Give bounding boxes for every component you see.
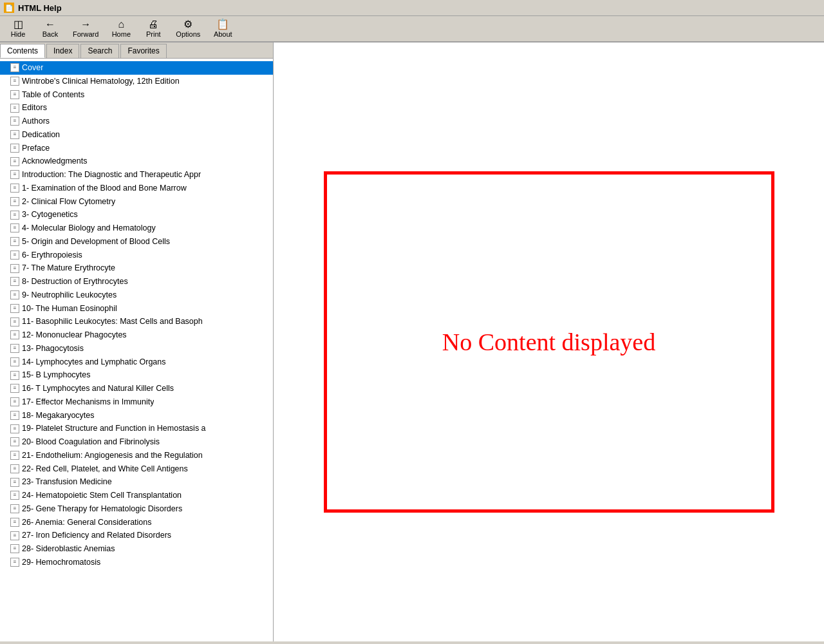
print-label: Print xyxy=(146,30,161,38)
tree-item-ch7[interactable]: ≡7- The Mature Erythrocyte xyxy=(0,261,273,275)
tree-item-ch8[interactable]: ≡8- Destruction of Erythrocytes xyxy=(0,275,273,289)
page-icon: ≡ xyxy=(10,397,19,406)
print-icon: 🖨 xyxy=(148,19,158,30)
tree-item-label: 13- Phagocytosis xyxy=(22,343,84,355)
tree-item-ch17[interactable]: ≡17- Effector Mechanisms in Immunity xyxy=(0,395,273,409)
toolbar: ◫Hide←Back→Forward⌂Home🖨Print⚙Options📋Ab… xyxy=(0,16,824,43)
tree-item-ch4[interactable]: ≡4- Molecular Biology and Hematology xyxy=(0,222,273,235)
tree-item-editors[interactable]: ≡Editors xyxy=(0,101,273,115)
tree-item-ch2[interactable]: ≡2- Clinical Flow Cytometry xyxy=(0,195,273,209)
page-icon: ≡ xyxy=(10,264,19,273)
tab-favorites[interactable]: Favorites xyxy=(120,44,166,58)
page-icon: ≡ xyxy=(10,384,19,393)
tree-item-ch10[interactable]: ≡10- The Human Eosinophil xyxy=(0,302,273,316)
tree-item-preface[interactable]: ≡Preface xyxy=(0,142,273,155)
tab-index[interactable]: Index xyxy=(46,44,79,58)
tree-item-cover[interactable]: ≡Cover xyxy=(0,61,273,75)
tree-item-ch19[interactable]: ≡19- Platelet Structure and Function in … xyxy=(0,422,273,435)
tree-item-label: 4- Molecular Biology and Hematology xyxy=(22,222,156,234)
home-icon: ⌂ xyxy=(118,19,125,30)
hide-label: Hide xyxy=(11,30,26,38)
page-icon: ≡ xyxy=(10,277,19,286)
page-icon: ≡ xyxy=(10,211,19,220)
tree-item-ch12[interactable]: ≡12- Mononuclear Phagocytes xyxy=(0,328,273,342)
tree-item-label: Acknowledgments xyxy=(22,155,87,167)
tree-item-ch3[interactable]: ≡3- Cytogenetics xyxy=(0,208,273,222)
tree-item-ch26[interactable]: ≡26- Anemia: General Considerations xyxy=(0,516,273,529)
back-button[interactable]: ←Back xyxy=(35,17,66,40)
tree-item-label: 3- Cytogenetics xyxy=(22,209,78,221)
page-icon: ≡ xyxy=(10,63,19,72)
options-label: Options xyxy=(176,30,200,38)
right-panel: No Content displayed xyxy=(274,43,824,641)
tree-item-label: 23- Transfusion Medicine xyxy=(22,476,112,488)
tree-item-authors[interactable]: ≡Authors xyxy=(0,115,273,128)
tree-area[interactable]: ≡Cover≡Wintrobe's Clinical Hematology, 1… xyxy=(0,59,273,641)
page-icon: ≡ xyxy=(10,357,19,366)
tree-item-ch9[interactable]: ≡9- Neutrophilic Leukocytes xyxy=(0,289,273,302)
tree-item-acknowledgments[interactable]: ≡Acknowledgments xyxy=(0,155,273,168)
tree-item-ch18[interactable]: ≡18- Megakaryocytes xyxy=(0,409,273,422)
forward-label: Forward xyxy=(73,30,98,38)
main-container: ContentsIndexSearchFavorites ≡Cover≡Wint… xyxy=(0,43,824,641)
hide-icon: ◫ xyxy=(14,19,23,30)
tree-item-ch13[interactable]: ≡13- Phagocytosis xyxy=(0,342,273,355)
tree-item-ch20[interactable]: ≡20- Blood Coagulation and Fibrinolysis xyxy=(0,435,273,449)
tree-item-ch22[interactable]: ≡22- Red Cell, Platelet, and White Cell … xyxy=(0,462,273,476)
tree-item-ch27[interactable]: ≡27- Iron Deficiency and Related Disorde… xyxy=(0,529,273,542)
tree-item-ch15[interactable]: ≡15- B Lymphocytes xyxy=(0,368,273,382)
tree-item-label: 8- Destruction of Erythrocytes xyxy=(22,276,128,288)
tree-item-label: 9- Neutrophilic Leukocytes xyxy=(22,289,117,301)
about-button[interactable]: 📋About xyxy=(207,17,238,40)
hide-button[interactable]: ◫Hide xyxy=(3,17,33,40)
tree-item-ch1[interactable]: ≡1- Examination of the Blood and Bone Ma… xyxy=(0,182,273,195)
tree-item-ch16[interactable]: ≡16- T Lymphocytes and Natural Killer Ce… xyxy=(0,382,273,395)
tree-item-toc[interactable]: ≡Table of Contents xyxy=(0,88,273,102)
tree-item-label: 25- Gene Therapy for Hematologic Disorde… xyxy=(22,503,182,515)
tree-item-label: 18- Megakaryocytes xyxy=(22,410,95,422)
no-content-box: No Content displayed xyxy=(324,171,774,513)
tree-item-ch11[interactable]: ≡11- Basophilic Leukocytes: Mast Cells a… xyxy=(0,315,273,328)
page-icon: ≡ xyxy=(10,237,19,246)
tab-search[interactable]: Search xyxy=(80,44,119,58)
tree-item-ch5[interactable]: ≡5- Origin and Development of Blood Cell… xyxy=(0,235,273,249)
home-label: Home xyxy=(112,30,131,38)
tree-item-label: 14- Lymphocytes and Lymphatic Organs xyxy=(22,356,166,368)
tree-item-ch21[interactable]: ≡21- Endothelium: Angiogenesis and the R… xyxy=(0,449,273,462)
tree-item-ch28[interactable]: ≡28- Sideroblastic Anemias xyxy=(0,542,273,556)
forward-button[interactable]: →Forward xyxy=(67,17,104,40)
tree-item-label: 27- Iron Deficiency and Related Disorder… xyxy=(22,529,171,542)
app-title: HTML Help xyxy=(18,3,62,13)
options-button[interactable]: ⚙Options xyxy=(170,17,206,40)
tree-item-label: Table of Contents xyxy=(22,89,84,101)
tree-item-label: 11- Basophilic Leukocytes: Mast Cells an… xyxy=(22,316,203,328)
tree-item-intro[interactable]: ≡Introduction: The Diagnostic and Therap… xyxy=(0,168,273,182)
page-icon: ≡ xyxy=(10,251,19,260)
page-icon: ≡ xyxy=(10,451,19,460)
tree-item-ch24[interactable]: ≡24- Hematopoietic Stem Cell Transplanta… xyxy=(0,489,273,502)
tree-item-label: 7- The Mature Erythrocyte xyxy=(22,262,115,274)
page-icon: ≡ xyxy=(10,130,19,139)
tree-item-ch14[interactable]: ≡14- Lymphocytes and Lymphatic Organs xyxy=(0,355,273,369)
tree-item-dedication[interactable]: ≡Dedication xyxy=(0,128,273,142)
no-content-text: No Content displayed xyxy=(442,328,655,356)
page-icon: ≡ xyxy=(10,504,19,513)
page-icon: ≡ xyxy=(10,197,19,206)
tree-item-label: Wintrobe's Clinical Hematology, 12th Edi… xyxy=(22,75,180,88)
tree-item-ch25[interactable]: ≡25- Gene Therapy for Hematologic Disord… xyxy=(0,502,273,516)
title-bar: 📄 HTML Help xyxy=(0,0,824,16)
print-button[interactable]: 🖨Print xyxy=(138,17,169,40)
home-button[interactable]: ⌂Home xyxy=(106,17,136,40)
tab-contents[interactable]: Contents xyxy=(0,44,45,58)
tree-item-ch6[interactable]: ≡6- Erythropoiesis xyxy=(0,249,273,262)
tree-item-ch23[interactable]: ≡23- Transfusion Medicine xyxy=(0,475,273,489)
page-icon: ≡ xyxy=(10,317,19,327)
page-icon: ≡ xyxy=(10,531,19,540)
tree-item-label: 15- B Lymphocytes xyxy=(22,369,91,381)
page-icon: ≡ xyxy=(10,437,19,446)
page-icon: ≡ xyxy=(10,170,19,179)
tree-item-label: 24- Hematopoietic Stem Cell Transplantat… xyxy=(22,489,182,502)
tree-item-wintrobe[interactable]: ≡Wintrobe's Clinical Hematology, 12th Ed… xyxy=(0,75,273,88)
tree-item-ch29[interactable]: ≡29- Hemochromatosis xyxy=(0,556,273,569)
page-icon: ≡ xyxy=(10,518,19,527)
